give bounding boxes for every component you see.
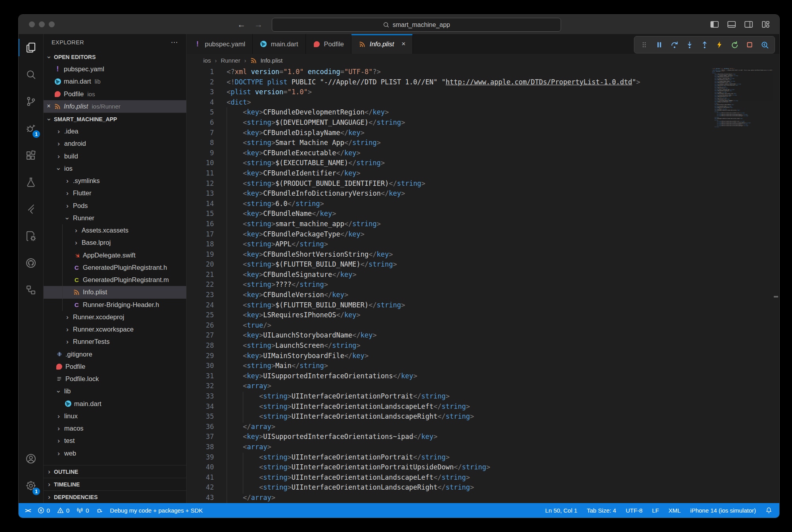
sidebar-section-outline[interactable]: ›OUTLINE xyxy=(44,465,186,478)
status-ports-icon[interactable]: 0 xyxy=(76,507,89,514)
code-line[interactable]: 12 <string>$(PRODUCT_BUNDLE_IDENTIFIER)<… xyxy=(187,179,779,189)
tab-Podfile[interactable]: Podfile xyxy=(306,34,351,54)
code-line[interactable]: 24 <string>$(FLUTTER_BUILD_NUMBER)</stri… xyxy=(187,300,779,311)
code-line[interactable]: 10 <string>$(EXECUTABLE_NAME)</string> xyxy=(187,158,779,168)
code-line[interactable]: 8 <string>Smart Machine App</string> xyxy=(187,138,779,148)
code-editor[interactable]: 1<?xml version="1.0" encoding="UTF-8"?>2… xyxy=(187,67,779,503)
settings-gear-activity-button[interactable]: 1 xyxy=(19,472,43,499)
tree-item-lib[interactable]: ›lib xyxy=(44,385,186,397)
code-line[interactable]: 14 <string>6.0</string> xyxy=(187,199,779,209)
status-tab-size-4[interactable]: Tab Size: 4 xyxy=(587,507,616,514)
status-ln-50-col-1[interactable]: Ln 50, Col 1 xyxy=(545,507,577,514)
code-line[interactable]: 41 <string>UIInterfaceOrientationLandsca… xyxy=(187,473,779,483)
pause-button[interactable] xyxy=(653,38,666,51)
code-line[interactable]: 36 </array> xyxy=(187,422,779,432)
tree-item-linux[interactable]: ›linux xyxy=(44,410,186,422)
explorer-more-actions-icon[interactable]: ⋯ xyxy=(171,38,178,47)
toggle-panel-icon[interactable] xyxy=(727,19,737,29)
tree-item-Podfile.lock[interactable]: Podfile.lock xyxy=(44,373,186,385)
tree-item-macos[interactable]: ›macos xyxy=(44,422,186,435)
code-line[interactable]: 25 <key>LSRequiresIPhoneOS</key> xyxy=(187,310,779,320)
tree-item-AppDelegate.swift[interactable]: AppDelegate.swift xyxy=(44,249,186,261)
code-line[interactable]: 21 <key>CFBundleSignature</key> xyxy=(187,270,779,280)
code-line[interactable]: 15 <key>CFBundleName</key> xyxy=(187,209,779,219)
tree-item-GeneratedPluginRegistrant.m[interactable]: CGeneratedPluginRegistrant.m xyxy=(44,274,186,286)
source-control-activity-button[interactable] xyxy=(19,88,43,115)
open-editor-main.dart[interactable]: main.dartlib xyxy=(44,75,186,88)
tree-item-build[interactable]: ›build xyxy=(44,150,186,162)
code-line[interactable]: 16 <string>smart_machine_app</string> xyxy=(187,219,779,229)
code-line[interactable]: 19 <key>CFBundleShortVersionString</key> xyxy=(187,250,779,260)
minimize-button[interactable] xyxy=(39,21,45,27)
status-debug-my-code-packages-s[interactable]: Debug my code + packages + SDK xyxy=(110,507,203,514)
code-line[interactable]: 17 <key>CFBundlePackageType</key> xyxy=(187,229,779,240)
status-errors-icon[interactable]: 0 xyxy=(38,507,50,514)
breadcrumb-item[interactable]: ios xyxy=(203,57,211,64)
widget-inspector-button[interactable] xyxy=(758,38,771,51)
testing-activity-button[interactable] xyxy=(19,169,43,196)
code-line[interactable]: 42 <string>UIInterfaceOrientationLandsca… xyxy=(187,482,779,493)
breadcrumb-file[interactable]: Info.plist xyxy=(250,57,282,64)
code-line[interactable]: 27 <key>UILaunchStoryboardName</key> xyxy=(187,330,779,341)
tree-item-Runner-Bridging-Header.h[interactable]: CRunner-Bridging-Header.h xyxy=(44,299,186,311)
code-line[interactable]: 4<dict> xyxy=(187,97,779,108)
code-line[interactable]: 40 <string>UIInterfaceOrientationPortrai… xyxy=(187,462,779,473)
tree-item-.gitignore[interactable]: .gitignore xyxy=(44,348,186,360)
tree-item-main.dart[interactable]: main.dart xyxy=(44,398,186,410)
code-line[interactable]: 39 <string>UIInterfaceOrientationPortrai… xyxy=(187,452,779,463)
tree-item-GeneratedPluginRegistrant.h[interactable]: CGeneratedPluginRegistrant.h xyxy=(44,261,186,274)
tree-item-.idea[interactable]: ›.idea xyxy=(44,125,186,137)
project-root-header[interactable]: › SMART_MACHINE_APP xyxy=(44,113,186,125)
forward-icon[interactable]: → xyxy=(254,20,263,29)
code-line[interactable]: 18 <string>APPL</string> xyxy=(187,239,779,250)
sidebar-section-dependencies[interactable]: ›DEPENDENCIES xyxy=(44,490,186,503)
search-activity-button[interactable] xyxy=(19,61,43,88)
stop-button[interactable] xyxy=(743,38,756,51)
close-icon[interactable]: × xyxy=(44,103,54,110)
drag-grip-button[interactable] xyxy=(637,38,651,51)
code-line[interactable]: 1<?xml version="1.0" encoding="UTF-8"?> xyxy=(187,67,779,77)
status-bell-icon[interactable] xyxy=(765,507,772,514)
code-line[interactable]: 43 </array> xyxy=(187,493,779,503)
code-line[interactable]: 38 <array> xyxy=(187,442,779,452)
status-warnings-icon[interactable]: 0 xyxy=(57,507,69,514)
code-line[interactable]: 5 <key>CFBundleDevelopmentRegion</key> xyxy=(187,107,779,118)
code-line[interactable]: 31 <key>UISupportedInterfaceOrientations… xyxy=(187,371,779,381)
code-line[interactable]: 22 <string>????</string> xyxy=(187,280,779,290)
github-activity-button[interactable] xyxy=(19,250,43,276)
references-activity-button[interactable] xyxy=(19,276,43,303)
status-xml[interactable]: XML xyxy=(668,507,681,514)
tree-item-web[interactable]: ›web xyxy=(44,447,186,460)
code-line[interactable]: 29 <key>UIMainStoryboardFile</key> xyxy=(187,351,779,361)
back-icon[interactable]: ← xyxy=(237,20,246,29)
open-editor-Info.plist[interactable]: ×Info.plistios/Runner xyxy=(44,100,186,113)
open-editors-header[interactable]: › OPEN EDITORS xyxy=(44,51,186,63)
hot-reload-button[interactable] xyxy=(713,38,726,51)
breadcrumb-item[interactable]: Runner xyxy=(221,57,240,64)
step-into-button[interactable] xyxy=(683,38,696,51)
flutter-activity-button[interactable] xyxy=(19,196,43,223)
tree-item-Runner.xcodeproj[interactable]: ›Runner.xcodeproj xyxy=(44,311,186,323)
status-lf[interactable]: LF xyxy=(652,507,659,514)
tree-item-.symlinks[interactable]: ›.symlinks xyxy=(44,175,186,187)
tree-item-ios[interactable]: ›ios xyxy=(44,162,186,175)
code-line[interactable]: 11 <key>CFBundleIdentifier</key> xyxy=(187,168,779,179)
code-line[interactable]: 28 <string>LaunchScreen</string> xyxy=(187,341,779,351)
zoom-button[interactable] xyxy=(49,21,55,27)
close-button[interactable] xyxy=(29,21,35,27)
code-line[interactable]: 13 <key>CFBundleInfoDictionaryVersion</k… xyxy=(187,189,779,199)
tree-item-test[interactable]: ›test xyxy=(44,435,186,447)
minimap[interactable]: <?xml version="1.0" encoding="UTF-8"?><!… xyxy=(712,68,774,128)
code-line[interactable]: 9 <key>CFBundleExecutable</key> xyxy=(187,148,779,158)
code-line[interactable]: 7 <key>CFBundleDisplayName</key> xyxy=(187,128,779,138)
status-flutter-run-icon[interactable] xyxy=(96,507,103,514)
tree-item-Base.lproj[interactable]: ›Base.lproj xyxy=(44,236,186,249)
command-center-search[interactable]: smart_machine_app xyxy=(272,18,561,32)
open-editor-Podfile[interactable]: Podfileios xyxy=(44,88,186,100)
code-line[interactable]: 35 <string>UIInterfaceOrientationLandsca… xyxy=(187,412,779,422)
tree-item-Runner[interactable]: ›Runner xyxy=(44,212,186,224)
tree-item-android[interactable]: ›android xyxy=(44,137,186,150)
code-line[interactable]: 6 <string>$(DEVELOPMENT_LANGUAGE)</strin… xyxy=(187,118,779,128)
code-line[interactable]: 34 <string>UIInterfaceOrientationLandsca… xyxy=(187,402,779,412)
status-utf-8[interactable]: UTF-8 xyxy=(626,507,643,514)
